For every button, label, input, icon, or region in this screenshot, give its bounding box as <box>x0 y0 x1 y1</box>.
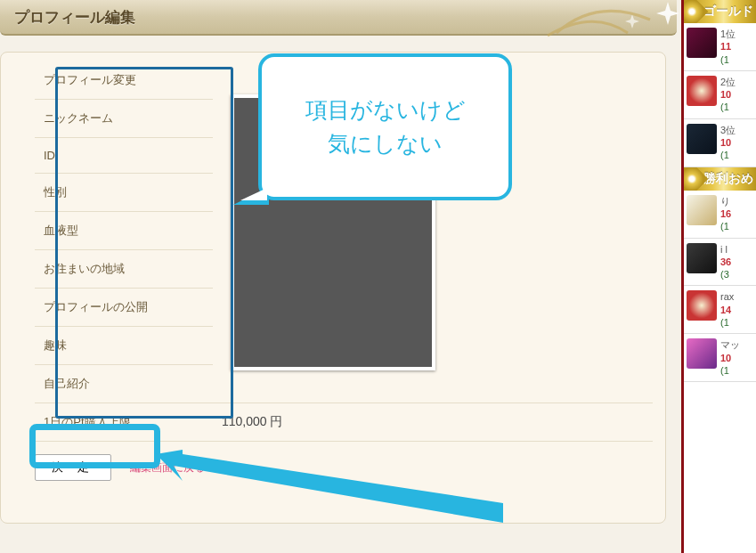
ranking-thumb <box>687 338 717 369</box>
ranking-name: マッ <box>720 339 740 350</box>
ranking-name: rax <box>720 291 734 302</box>
ranking-sub: (1 <box>720 54 729 65</box>
ranking-sub: (1 <box>720 365 729 376</box>
ranking-sub: (1 <box>720 317 729 328</box>
ranking-number: 36 <box>720 256 731 268</box>
ranking-item[interactable]: マッ 10 (1 <box>684 334 756 382</box>
form-label: ID <box>35 138 213 174</box>
form-label: 血液型 <box>35 212 213 250</box>
annotation-bubble-text: 気にしない <box>328 131 443 156</box>
ranking-rank: 2位 <box>720 77 736 87</box>
form-label: 自己紹介 <box>35 365 213 403</box>
ranking-thumb <box>687 124 717 154</box>
annotation-bubble-tail <box>240 188 267 200</box>
annotation-speech-bubble: 項目がないけど 気にしない <box>258 53 512 200</box>
ranking-sub: (3 <box>720 269 729 280</box>
ranking-item[interactable]: 3位 10 (1 <box>684 119 756 167</box>
svg-marker-0 <box>656 2 679 25</box>
annotation-arrow-icon <box>147 414 521 530</box>
ranking-thumb <box>687 76 717 106</box>
ranking-sub: (1 <box>720 102 729 112</box>
form-label: お住まいの地域 <box>35 250 213 289</box>
ranking-item[interactable]: り 16 (1 <box>684 191 756 239</box>
ranking-thumb <box>687 195 717 225</box>
form-label: ニックネーム <box>35 100 213 138</box>
decide-button[interactable]: 決 定 <box>35 454 111 481</box>
ranking-item[interactable]: 1位 11 (1 <box>684 23 756 71</box>
form-label: プロフィールの公開 <box>35 289 213 327</box>
svg-marker-2 <box>156 450 503 523</box>
ranking-sub: (1 <box>720 221 729 232</box>
ranking-item[interactable]: 2位 10 (1 <box>684 71 756 119</box>
ranking-number: 10 <box>720 88 736 101</box>
ranking-number: 10 <box>720 352 740 364</box>
ranking-item[interactable]: rax 14 (1 <box>684 286 756 334</box>
header-sparkle-decor <box>543 0 686 37</box>
ranking-number: 16 <box>720 207 731 220</box>
ranking-name: i l <box>720 244 728 255</box>
ranking-thumb <box>687 243 717 273</box>
ranking-number: 10 <box>720 136 736 149</box>
ranking-number: 11 <box>720 40 736 53</box>
ranking-rank: 3位 <box>720 125 736 135</box>
form-label: 性別 <box>35 174 213 212</box>
page-header: プロフィール編集 <box>0 0 677 36</box>
ranking-rank: 1位 <box>720 28 736 39</box>
ranking-name: り <box>720 196 730 207</box>
ranking-sub: (1 <box>720 150 729 160</box>
annotation-bubble-text: 項目がないけど <box>305 97 466 122</box>
ranking-number: 14 <box>720 304 734 316</box>
form-label: 趣味 <box>35 327 213 365</box>
ranking-thumb <box>687 28 717 58</box>
ranking-item[interactable]: i l 36 (3 <box>684 239 756 287</box>
ranking-thumb <box>687 290 717 321</box>
form-label: プロフィール変更 <box>35 61 213 100</box>
sidebar-section-shouri: 勝利おめ <box>684 167 756 191</box>
sidebar-section-gold: ゴールド <box>684 0 756 23</box>
ranking-sidebar: ゴールド 1位 11 (1 2位 10 (1 3位 10 (1 勝利おめ り 1… <box>681 0 756 553</box>
